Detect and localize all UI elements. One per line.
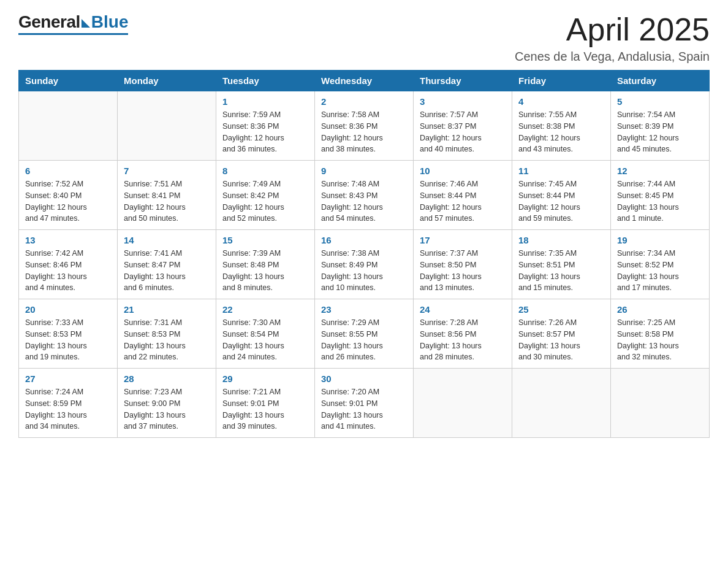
- day-number: 4: [518, 96, 604, 107]
- calendar-week-row: 13Sunrise: 7:42 AMSunset: 8:46 PMDayligh…: [19, 230, 710, 299]
- day-info: Sunrise: 7:44 AMSunset: 8:45 PMDaylight:…: [617, 178, 703, 224]
- weekday-header-friday: Friday: [512, 71, 611, 91]
- calendar-cell: 24Sunrise: 7:28 AMSunset: 8:56 PMDayligh…: [414, 299, 512, 369]
- day-number: 15: [222, 235, 308, 245]
- day-info: Sunrise: 7:33 AMSunset: 8:53 PMDaylight:…: [25, 317, 111, 363]
- day-info: Sunrise: 7:45 AMSunset: 8:44 PMDaylight:…: [518, 178, 604, 224]
- calendar-week-row: 1Sunrise: 7:59 AMSunset: 8:36 PMDaylight…: [19, 91, 710, 161]
- calendar-cell: [611, 369, 710, 438]
- day-number: 10: [420, 166, 506, 176]
- day-info: Sunrise: 7:35 AMSunset: 8:51 PMDaylight:…: [518, 248, 604, 294]
- calendar-cell: 7Sunrise: 7:51 AMSunset: 8:41 PMDaylight…: [118, 161, 216, 230]
- day-info: Sunrise: 7:30 AMSunset: 8:54 PMDaylight:…: [222, 317, 308, 363]
- day-number: 2: [321, 96, 407, 107]
- day-info: Sunrise: 7:25 AMSunset: 8:58 PMDaylight:…: [617, 317, 703, 363]
- day-info: Sunrise: 7:37 AMSunset: 8:50 PMDaylight:…: [420, 248, 506, 294]
- day-number: 20: [25, 304, 111, 315]
- day-info: Sunrise: 7:49 AMSunset: 8:42 PMDaylight:…: [222, 178, 308, 224]
- day-info: Sunrise: 7:41 AMSunset: 8:47 PMDaylight:…: [124, 248, 210, 294]
- day-number: 8: [222, 166, 308, 176]
- calendar-cell: 23Sunrise: 7:29 AMSunset: 8:55 PMDayligh…: [315, 299, 414, 369]
- day-number: 9: [321, 166, 407, 176]
- day-info: Sunrise: 7:24 AMSunset: 8:59 PMDaylight:…: [25, 386, 111, 432]
- day-number: 1: [222, 96, 308, 107]
- day-number: 12: [617, 166, 703, 176]
- calendar-cell: 8Sunrise: 7:49 AMSunset: 8:42 PMDaylight…: [216, 161, 315, 230]
- calendar-cell: 10Sunrise: 7:46 AMSunset: 8:44 PMDayligh…: [414, 161, 512, 230]
- day-number: 26: [617, 304, 703, 315]
- calendar-cell: 5Sunrise: 7:54 AMSunset: 8:39 PMDaylight…: [611, 91, 710, 161]
- calendar-cell: 22Sunrise: 7:30 AMSunset: 8:54 PMDayligh…: [216, 299, 315, 369]
- calendar-cell: 16Sunrise: 7:38 AMSunset: 8:49 PMDayligh…: [315, 230, 414, 299]
- day-info: Sunrise: 7:52 AMSunset: 8:40 PMDaylight:…: [25, 178, 111, 224]
- day-info: Sunrise: 7:54 AMSunset: 8:39 PMDaylight:…: [617, 109, 703, 155]
- day-number: 21: [124, 304, 210, 315]
- day-info: Sunrise: 7:20 AMSunset: 9:01 PMDaylight:…: [321, 386, 407, 432]
- logo-general-text: General: [18, 12, 80, 32]
- calendar-header: SundayMondayTuesdayWednesdayThursdayFrid…: [19, 71, 710, 91]
- day-info: Sunrise: 7:55 AMSunset: 8:38 PMDaylight:…: [518, 109, 604, 155]
- day-info: Sunrise: 7:29 AMSunset: 8:55 PMDaylight:…: [321, 317, 407, 363]
- calendar-cell: 28Sunrise: 7:23 AMSunset: 9:00 PMDayligh…: [118, 369, 216, 438]
- day-info: Sunrise: 7:23 AMSunset: 9:00 PMDaylight:…: [124, 386, 210, 432]
- month-title: April 2025: [515, 12, 710, 47]
- calendar-cell: 2Sunrise: 7:58 AMSunset: 8:36 PMDaylight…: [315, 91, 414, 161]
- day-info: Sunrise: 7:48 AMSunset: 8:43 PMDaylight:…: [321, 178, 407, 224]
- day-info: Sunrise: 7:34 AMSunset: 8:52 PMDaylight:…: [617, 248, 703, 294]
- calendar-cell: 1Sunrise: 7:59 AMSunset: 8:36 PMDaylight…: [216, 91, 315, 161]
- calendar-cell: 12Sunrise: 7:44 AMSunset: 8:45 PMDayligh…: [611, 161, 710, 230]
- logo-blue-text: Blue: [91, 12, 129, 32]
- weekday-header-saturday: Saturday: [611, 71, 710, 91]
- logo: General Blue: [18, 12, 128, 35]
- calendar-cell: 17Sunrise: 7:37 AMSunset: 8:50 PMDayligh…: [414, 230, 512, 299]
- location: Cenes de la Vega, Andalusia, Spain: [515, 50, 710, 64]
- calendar-week-row: 20Sunrise: 7:33 AMSunset: 8:53 PMDayligh…: [19, 299, 710, 369]
- day-number: 29: [222, 373, 308, 384]
- calendar-cell: 21Sunrise: 7:31 AMSunset: 8:53 PMDayligh…: [118, 299, 216, 369]
- calendar-cell: 13Sunrise: 7:42 AMSunset: 8:46 PMDayligh…: [19, 230, 118, 299]
- calendar-body: 1Sunrise: 7:59 AMSunset: 8:36 PMDaylight…: [19, 91, 710, 438]
- day-info: Sunrise: 7:51 AMSunset: 8:41 PMDaylight:…: [124, 178, 210, 224]
- calendar-cell: 6Sunrise: 7:52 AMSunset: 8:40 PMDaylight…: [19, 161, 118, 230]
- day-number: 5: [617, 96, 703, 107]
- day-number: 17: [420, 235, 506, 245]
- calendar-cell: 26Sunrise: 7:25 AMSunset: 8:58 PMDayligh…: [611, 299, 710, 369]
- calendar-cell: 4Sunrise: 7:55 AMSunset: 8:38 PMDaylight…: [512, 91, 611, 161]
- day-number: 19: [617, 235, 703, 245]
- weekday-header-monday: Monday: [118, 71, 216, 91]
- calendar-cell: 29Sunrise: 7:21 AMSunset: 9:01 PMDayligh…: [216, 369, 315, 438]
- calendar-week-row: 27Sunrise: 7:24 AMSunset: 8:59 PMDayligh…: [19, 369, 710, 438]
- calendar-cell: 11Sunrise: 7:45 AMSunset: 8:44 PMDayligh…: [512, 161, 611, 230]
- page-header: General Blue April 2025 Cenes de la Vega…: [18, 12, 710, 64]
- day-info: Sunrise: 7:28 AMSunset: 8:56 PMDaylight:…: [420, 317, 506, 363]
- day-info: Sunrise: 7:46 AMSunset: 8:44 PMDaylight:…: [420, 178, 506, 224]
- calendar-week-row: 6Sunrise: 7:52 AMSunset: 8:40 PMDaylight…: [19, 161, 710, 230]
- day-info: Sunrise: 7:26 AMSunset: 8:57 PMDaylight:…: [518, 317, 604, 363]
- calendar-cell: [19, 91, 118, 161]
- day-number: 18: [518, 235, 604, 245]
- day-number: 11: [518, 166, 604, 176]
- calendar-cell: 27Sunrise: 7:24 AMSunset: 8:59 PMDayligh…: [19, 369, 118, 438]
- calendar-table: SundayMondayTuesdayWednesdayThursdayFrid…: [18, 70, 710, 438]
- calendar-cell: 3Sunrise: 7:57 AMSunset: 8:37 PMDaylight…: [414, 91, 512, 161]
- calendar-cell: 15Sunrise: 7:39 AMSunset: 8:48 PMDayligh…: [216, 230, 315, 299]
- day-number: 27: [25, 373, 111, 384]
- calendar-cell: 30Sunrise: 7:20 AMSunset: 9:01 PMDayligh…: [315, 369, 414, 438]
- day-number: 22: [222, 304, 308, 315]
- day-number: 16: [321, 235, 407, 245]
- day-info: Sunrise: 7:31 AMSunset: 8:53 PMDaylight:…: [124, 317, 210, 363]
- day-number: 7: [124, 166, 210, 176]
- day-number: 13: [25, 235, 111, 245]
- day-number: 25: [518, 304, 604, 315]
- day-number: 23: [321, 304, 407, 315]
- calendar-cell: [512, 369, 611, 438]
- day-number: 24: [420, 304, 506, 315]
- calendar-cell: 18Sunrise: 7:35 AMSunset: 8:51 PMDayligh…: [512, 230, 611, 299]
- calendar-cell: 9Sunrise: 7:48 AMSunset: 8:43 PMDaylight…: [315, 161, 414, 230]
- weekday-header-row: SundayMondayTuesdayWednesdayThursdayFrid…: [19, 71, 710, 91]
- logo-underline: [18, 33, 128, 35]
- day-number: 3: [420, 96, 506, 107]
- day-number: 28: [124, 373, 210, 384]
- weekday-header-sunday: Sunday: [19, 71, 118, 91]
- day-info: Sunrise: 7:57 AMSunset: 8:37 PMDaylight:…: [420, 109, 506, 155]
